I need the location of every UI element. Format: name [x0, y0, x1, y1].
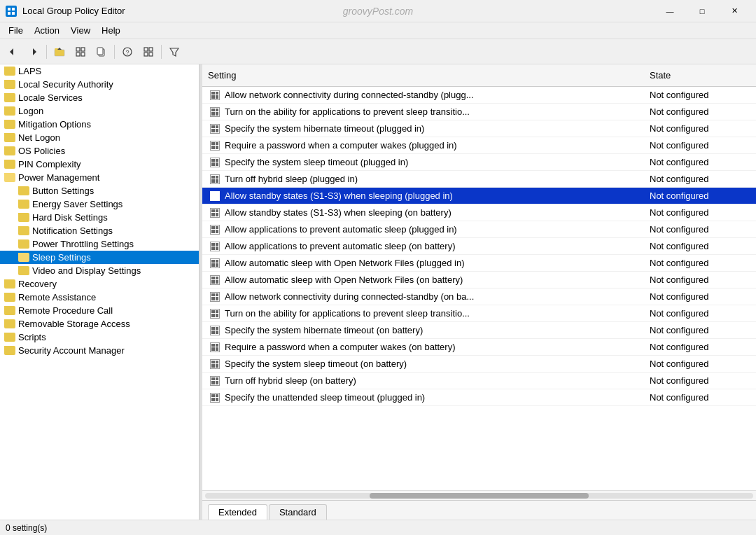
menu-help[interactable]: Help: [96, 24, 126, 37]
left-panel: LAPSLocal Security AuthorityLocale Servi…: [0, 64, 200, 520]
row-state: Not configured: [644, 188, 756, 204]
table-row[interactable]: Turn off hybrid sleep (plugged in)Not co…: [202, 171, 756, 188]
svg-rect-17: [144, 48, 148, 51]
tree-item-removable-storage-access[interactable]: Removable Storage Access: [0, 317, 199, 331]
table-row[interactable]: Require a password when a computer wakes…: [202, 339, 756, 356]
close-button[interactable]: ✕: [718, 0, 750, 22]
tree-item-sleep-settings[interactable]: Sleep Settings: [0, 251, 199, 264]
row-setting: Turn on the ability for applications to …: [222, 305, 644, 321]
tree-item-remote-assistance[interactable]: Remote Assistance: [0, 291, 199, 304]
tab-extended[interactable]: Extended: [208, 504, 267, 520]
tree-item-label: Locale Services: [18, 92, 83, 103]
tree-item-laps[interactable]: LAPS: [0, 64, 199, 78]
col-setting-header: Setting: [202, 67, 644, 83]
row-state: Not configured: [644, 389, 756, 405]
forward-button[interactable]: [24, 43, 43, 61]
setting-icon: [208, 223, 222, 237]
folder-open-icon: [4, 173, 15, 182]
folder-icon: [4, 333, 15, 342]
setting-icon: [208, 239, 222, 253]
table-row[interactable]: Specify the unattended sleep timeout (pl…: [202, 389, 756, 406]
settings-button[interactable]: [139, 43, 158, 61]
horizontal-scrollbar[interactable]: [202, 490, 756, 500]
row-setting: Require a password when a computer wakes…: [222, 137, 644, 153]
folder-icon: [18, 213, 29, 222]
table-row[interactable]: Specify the system sleep timeout (on bat…: [202, 356, 756, 373]
tree-item-button-settings[interactable]: Button Settings: [0, 184, 199, 197]
svg-rect-2: [8, 12, 10, 15]
table-row[interactable]: Allow automatic sleep with Open Network …: [202, 272, 756, 289]
tree-item-local-security-authority[interactable]: Local Security Authority: [0, 78, 199, 91]
row-state: Not configured: [644, 221, 756, 237]
svg-rect-12: [81, 53, 85, 56]
folder-icon: [4, 67, 15, 76]
row-state: Not configured: [644, 255, 756, 271]
filter-button[interactable]: [164, 43, 184, 61]
row-state: Not configured: [644, 87, 756, 103]
table-row[interactable]: Allow network connectivity during connec…: [202, 289, 756, 305]
setting-icon: [208, 105, 222, 119]
tree-item-scripts[interactable]: Scripts: [0, 331, 199, 344]
tree-item-label: LAPS: [18, 66, 41, 76]
tree-item-label: Remote Assistance: [18, 292, 96, 303]
table-row[interactable]: Specify the system sleep timeout (plugge…: [202, 154, 756, 171]
folder-icon: [4, 133, 15, 142]
tree-item-label: Logon: [18, 106, 43, 116]
tab-standard[interactable]: Standard: [269, 504, 327, 520]
tree-item-label: Hard Disk Settings: [32, 212, 108, 223]
row-setting: Allow network connectivity during connec…: [222, 289, 644, 305]
table-row[interactable]: Require a password when a computer wakes…: [202, 137, 756, 154]
table-body: Allow network connectivity during connec…: [202, 87, 756, 490]
tree-item-os-policies[interactable]: OS Policies: [0, 144, 199, 158]
view-button[interactable]: [71, 43, 90, 61]
back-button[interactable]: [3, 43, 22, 61]
tree-item-notification-settings[interactable]: Notification Settings: [0, 224, 199, 237]
help-button[interactable]: ?: [118, 43, 137, 61]
tree-item-security-account-manager[interactable]: Security Account Manager: [0, 344, 199, 357]
row-setting: Allow standby states (S1-S3) when sleepi…: [222, 204, 644, 221]
table-row[interactable]: Turn on the ability for applications to …: [202, 305, 756, 322]
tree-item-hard-disk-settings[interactable]: Hard Disk Settings: [0, 211, 199, 224]
row-setting: Allow standby states (S1-S3) when sleepi…: [222, 188, 644, 204]
row-setting: Turn on the ability for applications to …: [222, 104, 644, 120]
table-row[interactable]: Allow standby states (S1-S3) when sleepi…: [202, 188, 756, 204]
table-row[interactable]: Specify the system hibernate timeout (on…: [202, 322, 756, 339]
tree-item-label: Removable Storage Access: [18, 319, 130, 329]
tree-item-net-logon[interactable]: Net Logon: [0, 131, 199, 144]
minimize-button[interactable]: —: [654, 0, 686, 22]
row-state: Not configured: [644, 171, 756, 187]
setting-icon: [208, 172, 222, 186]
tree-item-remote-procedure-call[interactable]: Remote Procedure Call: [0, 304, 199, 317]
setting-icon: [208, 256, 222, 270]
tree-item-power-management[interactable]: Power Management: [0, 171, 199, 184]
tree-item-energy-saver-settings[interactable]: Energy Saver Settings: [0, 197, 199, 211]
copy-button[interactable]: [92, 43, 111, 61]
tree-item-recovery[interactable]: Recovery: [0, 277, 199, 291]
table-row[interactable]: Allow applications to prevent automatic …: [202, 221, 756, 238]
tree-item-power-throttling-settings[interactable]: Power Throttling Settings: [0, 237, 199, 251]
menu-view[interactable]: View: [65, 24, 96, 37]
tree-item-mitigation-options[interactable]: Mitigation Options: [0, 118, 199, 131]
tree-item-video-and-display-settings[interactable]: Video and Display Settings: [0, 264, 199, 277]
tree-item-logon[interactable]: Logon: [0, 104, 199, 118]
row-setting: Allow network connectivity during connec…: [222, 87, 644, 103]
setting-icon: [208, 139, 222, 153]
table-row[interactable]: Allow automatic sleep with Open Network …: [202, 255, 756, 272]
menu-file[interactable]: File: [3, 24, 29, 37]
maximize-button[interactable]: □: [686, 0, 718, 22]
table-row[interactable]: Allow network connectivity during connec…: [202, 87, 756, 104]
table-row[interactable]: Allow standby states (S1-S3) when sleepi…: [202, 204, 756, 221]
row-state: Not configured: [644, 289, 756, 305]
row-setting: Require a password when a computer wakes…: [222, 339, 644, 355]
tree-item-locale-services[interactable]: Locale Services: [0, 91, 199, 104]
table-row[interactable]: Allow applications to prevent automatic …: [202, 238, 756, 255]
table-row[interactable]: Turn on the ability for applications to …: [202, 104, 756, 120]
table-row[interactable]: Turn off hybrid sleep (on battery)Not co…: [202, 373, 756, 389]
row-state: Not configured: [644, 120, 756, 137]
menu-action[interactable]: Action: [29, 24, 65, 37]
tree-item-label: PIN Complexity: [18, 159, 81, 169]
table-row[interactable]: Specify the system hibernate timeout (pl…: [202, 120, 756, 137]
up-folder-button[interactable]: [50, 43, 69, 61]
tree-item-pin-complexity[interactable]: PIN Complexity: [0, 158, 199, 171]
tree-item-label: Remote Procedure Call: [18, 305, 113, 316]
